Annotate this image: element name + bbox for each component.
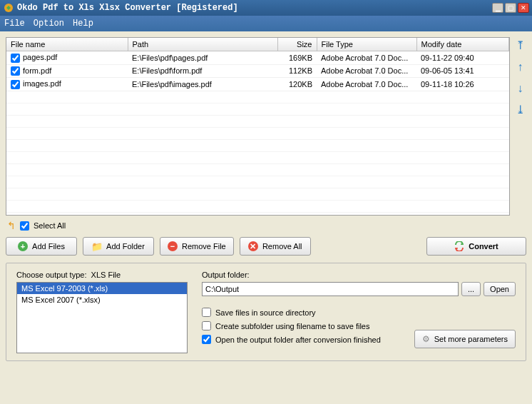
menu-file[interactable]: File [4, 19, 25, 29]
file-area: File name Path Size File Type Modify dat… [6, 37, 526, 216]
file-table[interactable]: File name Path Size File Type Modify dat… [6, 37, 510, 216]
add-folder-label: Add Folder [106, 242, 145, 251]
cell-path: E:\Files\pdf\form.pdf [128, 64, 277, 78]
action-button-row: + Add Files 📁 Add Folder − Remove File ✕… [6, 237, 526, 256]
output-folder-label: Output folder: [202, 271, 516, 279]
open-after-checkbox[interactable] [202, 335, 211, 344]
select-all-checkbox[interactable] [20, 221, 29, 231]
table-row[interactable]: pages.pdf E:\Files\pdf\pages.pdf 169KB A… [6, 51, 509, 65]
move-down-icon[interactable]: ↓ [518, 83, 523, 94]
open-after-label: Open the output folder after conversion … [215, 335, 381, 344]
row-checkbox[interactable] [11, 80, 20, 89]
minus-icon: − [168, 241, 178, 251]
options-panel: Choose output type: XLS File MS Excel 97… [6, 263, 526, 361]
cell-size: 120KB [277, 78, 317, 91]
set-parameters-label: Set more parameters [434, 335, 508, 343]
menu-option[interactable]: Option [34, 19, 64, 29]
remove-file-label: Remove File [182, 242, 226, 251]
table-header-row: File name Path Size File Type Modify dat… [6, 38, 509, 51]
x-icon: ✕ [248, 241, 258, 251]
minimize-button[interactable]: ▁ [492, 3, 503, 13]
cell-name: pages.pdf [23, 53, 57, 61]
add-folder-button[interactable]: 📁 Add Folder [83, 237, 154, 256]
remove-all-label: Remove All [262, 242, 302, 251]
col-date[interactable]: Modify date [416, 38, 509, 51]
menu-bar: File Option Help [0, 16, 532, 31]
output-type-list[interactable]: MS Excel 97-2003 (*.xls) MS Excel 2007 (… [16, 282, 188, 353]
maximize-button[interactable]: ▢ [505, 3, 516, 13]
col-size[interactable]: Size [277, 38, 317, 51]
col-path[interactable]: Path [128, 38, 277, 51]
move-bottom-icon[interactable]: ⤓ [516, 104, 525, 116]
type-option-xlsx[interactable]: MS Excel 2007 (*.xlsx) [17, 294, 187, 305]
cell-path: E:\Files\pdf\images.pdf [128, 78, 277, 91]
type-option-xls[interactable]: MS Excel 97-2003 (*.xls) [17, 283, 187, 294]
cell-name: images.pdf [23, 79, 61, 88]
cell-size: 112KB [277, 64, 317, 78]
remove-all-button[interactable]: ✕ Remove All [240, 237, 311, 256]
checkbox-group: Save files in source directory Create su… [202, 303, 381, 348]
content-area: File name Path Size File Type Modify dat… [0, 31, 532, 367]
output-type-section: Choose output type: XLS File MS Excel 97… [16, 271, 188, 353]
add-files-button[interactable]: + Add Files [6, 237, 77, 256]
convert-button[interactable]: Convert [426, 237, 526, 256]
row-checkbox[interactable] [11, 54, 20, 63]
table-row[interactable]: images.pdf E:\Files\pdf\images.pdf 120KB… [6, 78, 509, 91]
select-all-label: Select All [34, 221, 66, 230]
cell-date: 09-11-18 10:26 [416, 78, 509, 91]
up-folder-icon[interactable]: ↰ [7, 220, 16, 231]
add-files-label: Add Files [32, 242, 65, 251]
output-folder-section: Output folder: ... Open Save files in so… [202, 271, 516, 353]
subfolder-checkbox[interactable] [202, 321, 211, 330]
cell-name: form.pdf [23, 66, 51, 75]
save-source-checkbox[interactable] [202, 308, 211, 317]
convert-label: Convert [469, 242, 498, 251]
col-filename[interactable]: File name [6, 38, 128, 51]
menu-help[interactable]: Help [73, 19, 93, 29]
plus-icon: + [18, 241, 28, 251]
title-bar: Okdo Pdf to Xls Xlsx Converter [Register… [0, 0, 532, 16]
output-folder-input[interactable] [202, 282, 459, 296]
cell-type: Adobe Acrobat 7.0 Doc... [317, 78, 416, 91]
close-button[interactable]: ✕ [518, 3, 529, 13]
output-folder-row: ... Open [202, 282, 516, 296]
gear-icon: ⚙ [422, 334, 430, 344]
col-type[interactable]: File Type [317, 38, 416, 51]
browse-button[interactable]: ... [461, 282, 481, 296]
cell-date: 09-06-05 13:41 [416, 64, 509, 78]
convert-icon [454, 241, 464, 251]
output-type-label: Choose output type: XLS File [16, 271, 188, 279]
cell-date: 09-11-22 09:40 [416, 51, 509, 65]
move-top-icon[interactable]: ⤒ [516, 40, 525, 51]
cell-type: Adobe Acrobat 7.0 Doc... [317, 51, 416, 65]
folder-icon: 📁 [92, 241, 102, 251]
select-all-row: ↰ Select All [7, 220, 525, 231]
move-up-icon[interactable]: ↑ [518, 61, 523, 73]
remove-file-button[interactable]: − Remove File [160, 237, 234, 256]
set-parameters-button[interactable]: ⚙ Set more parameters [414, 330, 516, 348]
save-source-label: Save files in source directory [215, 308, 316, 317]
row-checkbox[interactable] [11, 66, 20, 76]
cell-type: Adobe Acrobat 7.0 Doc... [317, 64, 416, 78]
open-folder-button[interactable]: Open [484, 282, 516, 296]
reorder-controls: ⤒ ↑ ↓ ⤓ [514, 37, 526, 216]
cell-path: E:\Files\pdf\pages.pdf [128, 51, 277, 65]
window-controls: ▁ ▢ ✕ [492, 3, 529, 13]
cell-size: 169KB [277, 51, 317, 65]
app-icon [3, 2, 14, 14]
table-row[interactable]: form.pdf E:\Files\pdf\form.pdf 112KB Ado… [6, 64, 509, 78]
subfolder-label: Create subfolder using filename to save … [215, 322, 369, 330]
window-title: Okdo Pdf to Xls Xlsx Converter [Register… [17, 3, 492, 13]
